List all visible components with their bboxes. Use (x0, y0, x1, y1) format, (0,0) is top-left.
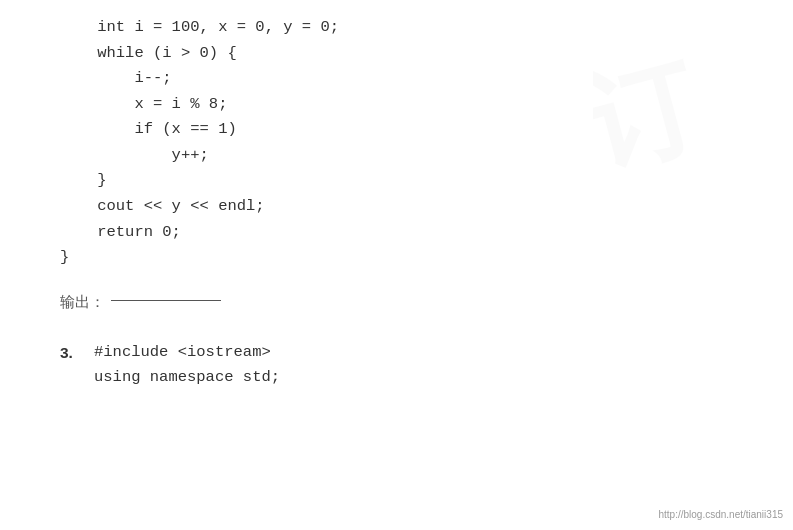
output-section: 输出： (60, 293, 793, 312)
code-line-4: x = i % 8; (60, 92, 793, 118)
output-label: 输出： (60, 293, 105, 312)
code-line-6: y++; (60, 143, 793, 169)
problem-3-code: #include <iostream> using namespace std; (94, 340, 280, 391)
output-blank (111, 300, 221, 301)
problem-3-number: 3. (60, 340, 90, 366)
watermark-url: http://blog.csdn.net/tianii315 (658, 509, 783, 520)
code-block: int i = 100, x = 0, y = 0; while (i > 0)… (60, 15, 793, 271)
code-line-5: if (x == 1) (60, 117, 793, 143)
code-line-10: } (60, 245, 793, 271)
code-line-8: cout << y << endl; (60, 194, 793, 220)
problem-3-line-2: using namespace std; (94, 365, 280, 391)
code-line-2: while (i > 0) { (60, 41, 793, 67)
problem-3-line-1: #include <iostream> (94, 340, 280, 366)
code-line-1: int i = 100, x = 0, y = 0; (60, 15, 793, 41)
code-line-3: i--; (60, 66, 793, 92)
code-line-9: return 0; (60, 220, 793, 246)
problem-3-section: 3. #include <iostream> using namespace s… (60, 340, 793, 391)
problem-3-row: 3. #include <iostream> using namespace s… (60, 340, 793, 391)
page-container: int i = 100, x = 0, y = 0; while (i > 0)… (0, 0, 793, 530)
code-line-7: } (60, 168, 793, 194)
